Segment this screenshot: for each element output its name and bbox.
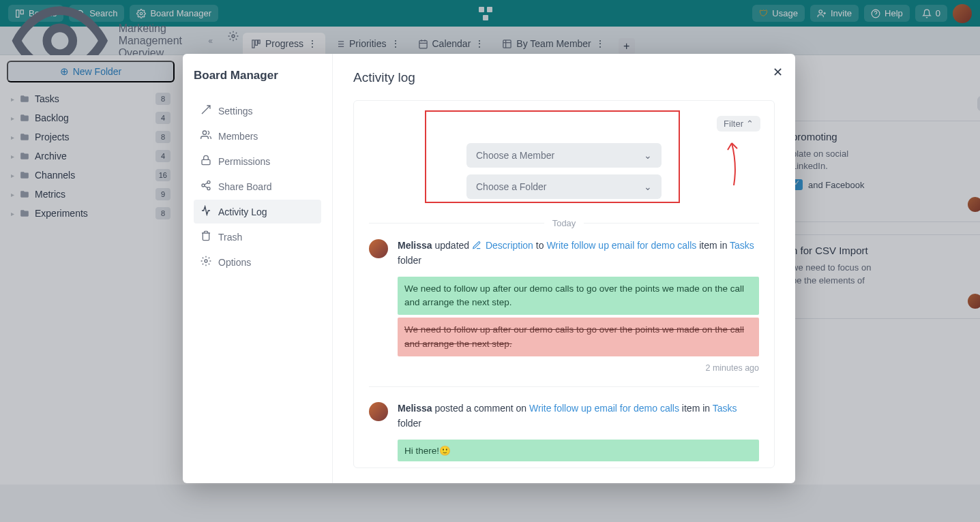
svg-point-21 [205,260,207,262]
item-link[interactable]: Write follow up email for demo calls [529,403,679,414]
board-manager-modal: Board Manager SettingsMembersPermissions… [183,54,795,483]
modal-nav-share-board[interactable]: Share Board [194,174,321,198]
nav-label: Members [218,131,258,142]
nav-icon [201,180,211,193]
nav-icon [201,230,211,243]
nav-icon [201,155,211,168]
folder-select[interactable]: Choose a Folder ⌄ [466,174,662,199]
annotation-arrow [724,138,744,185]
nav-icon [201,205,211,218]
diff-removed: We need to follow up after our demo call… [398,318,759,356]
entry-avatar[interactable] [369,402,388,421]
modal-nav-title: Board Manager [194,69,321,82]
chevron-up-icon: ⌃ [746,119,754,129]
edit-icon [472,241,481,250]
svg-rect-17 [202,159,210,164]
nav-label: Permissions [218,156,270,167]
nav-icon [201,256,211,268]
modal-nav-options[interactable]: Options [194,250,321,274]
folder-link[interactable]: Tasks [730,240,754,251]
entry-text: Melissa updated Description to Write fol… [398,238,759,268]
nav-label: Settings [218,106,253,117]
folder-select-placeholder: Choose a Folder [476,181,547,192]
svg-point-18 [207,181,210,183]
close-button[interactable]: ✕ [770,62,786,82]
entry-timestamp: 2 minutes ago [398,363,759,373]
entry-avatar[interactable] [369,239,388,258]
field-link[interactable]: Description [486,240,533,251]
chevron-down-icon: ⌄ [644,150,652,161]
folder-link[interactable]: Tasks [713,403,737,414]
modal-nav-members[interactable]: Members [194,124,321,148]
modal-nav-permissions[interactable]: Permissions [194,149,321,173]
modal-nav: Board Manager SettingsMembersPermissions… [183,54,333,483]
nav-label: Options [218,257,251,268]
svg-point-20 [207,187,210,190]
diff-added: We need to follow up after our demo call… [398,277,759,316]
filter-label: Filter [724,119,743,129]
nav-icon [201,104,211,117]
nav-label: Share Board [218,181,272,192]
svg-point-19 [202,184,205,187]
modal-title: Activity log [353,70,775,85]
member-select-placeholder: Choose a Member [476,150,554,161]
item-link[interactable]: Write follow up email for demo calls [546,240,696,251]
chevron-down-icon: ⌄ [644,181,652,192]
entry-text: Melissa posted a comment on Write follow… [398,401,759,431]
modal-nav-activity-log[interactable]: Activity Log [194,200,321,224]
member-select[interactable]: Choose a Member ⌄ [466,143,662,168]
svg-point-16 [203,131,206,134]
modal-nav-trash[interactable]: Trash [194,225,321,249]
activity-log-panel: Filter ⌃ Choose a Member ⌄ Choose a Fold… [353,100,775,468]
filter-toggle[interactable]: Filter ⌃ [717,116,760,132]
nav-icon [201,129,211,142]
nav-label: Activity Log [218,206,267,217]
date-divider: Today [552,218,576,228]
nav-label: Trash [218,232,242,243]
comment-body: Hi there!🙂 [398,440,759,461]
modal-nav-settings[interactable]: Settings [194,99,321,123]
activity-entry: Melissa updated Description to Write fol… [369,238,759,387]
activity-entry: Melissa posted a comment on Write follow… [369,401,759,468]
modal-body: ✕ Activity log Filter ⌃ Choose a Member … [333,54,795,483]
